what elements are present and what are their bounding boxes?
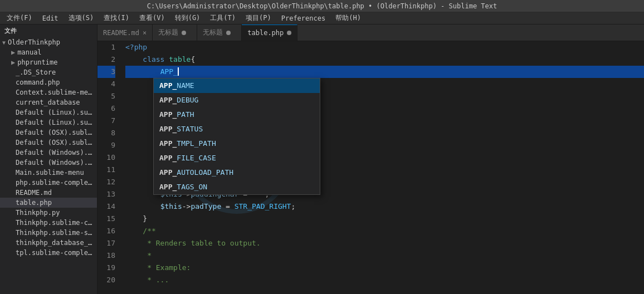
ac-suffix-6: AUTOLOAD_PATH: [177, 168, 233, 177]
title-bar: C:\Users\Administrator\Desktop\OlderThin…: [0, 0, 644, 12]
sidebar-item-default-linux-mouse[interactable]: Default (Linux).sublime-mousemap: [0, 117, 97, 128]
sidebar-item-thinkphp-settings[interactable]: Thinkphp.sublime-settings: [0, 228, 97, 238]
code-line-2: class table{: [125, 53, 644, 66]
code-area[interactable]: 1 2 3 4 5 6 7 8 9 10 11 12 13 14 15 16 1…: [97, 41, 644, 294]
ac-prefix-1: APP_: [159, 96, 177, 104]
sidebar-item-readme[interactable]: README.md: [0, 188, 97, 198]
ac-suffix-5: FILE_CASE: [177, 154, 216, 162]
ac-suffix-4: TMPL_PATH: [177, 139, 216, 148]
autocomplete-item-3[interactable]: APP_STATUS: [154, 122, 320, 136]
sidebar-item-command[interactable]: command.php: [0, 77, 97, 87]
tab-bar: README.md × 无标题 无标题 table.php: [97, 24, 644, 41]
sidebar-item-default-win-key[interactable]: Default (Windows).sublime-keymap: [0, 148, 97, 158]
tab-table-php[interactable]: table.php: [242, 24, 297, 41]
ac-prefix-6: APP_: [159, 168, 177, 177]
autocomplete-item-5[interactable]: APP_FILE_CASE: [154, 151, 320, 165]
line-num-10: 10: [97, 151, 115, 164]
line-num-5: 5: [97, 90, 115, 102]
menu-preferences[interactable]: Preferences: [277, 13, 330, 23]
sidebar-item-table-php[interactable]: table.php: [0, 198, 97, 208]
sidebar-item-thinkphp-db[interactable]: thinkphp_database_queryer: [0, 238, 97, 248]
menu-edit[interactable]: Edit: [38, 13, 63, 23]
autocomplete-item-7[interactable]: APP_TAGS_ON: [154, 180, 320, 194]
code-line-16: /**: [125, 225, 644, 237]
code-line-3: APP_: [125, 66, 644, 78]
line-num-9: 9: [97, 139, 115, 151]
tab-untitled-2[interactable]: 无标题: [197, 24, 242, 41]
sidebar-item-ds-store[interactable]: _.DS_Store: [0, 67, 97, 77]
line-num-18: 18: [97, 249, 115, 262]
code-line-20: * ...: [125, 274, 644, 286]
line-num-8: 8: [97, 127, 115, 139]
sidebar-item-default-win-mouse[interactable]: Default (Windows).sublime-mousemap: [0, 158, 97, 168]
ac-prefix-3: APP_: [159, 125, 177, 133]
autocomplete-item-1[interactable]: APP_DEBUG: [154, 93, 320, 107]
editor-area: README.md × 无标题 无标题 table.php 1 2 3: [97, 24, 644, 294]
tab-readme[interactable]: README.md ×: [97, 24, 153, 41]
tab-untitled-1-dot: [182, 31, 186, 35]
line-num-13: 13: [97, 188, 115, 200]
code-line-17: * Renders table to output.: [125, 237, 644, 249]
ac-suffix-2: PATH: [177, 110, 194, 119]
sidebar-item-thinkphp-commands[interactable]: Thinkphp.sublime-commands: [0, 218, 97, 228]
menu-help[interactable]: 帮助(H): [331, 12, 365, 24]
line-num-11: 11: [97, 164, 115, 176]
menu-tools[interactable]: 工具(T): [206, 12, 240, 24]
ac-suffix-3: STATUS: [177, 125, 203, 133]
arrow-down-icon: ▼: [2, 40, 6, 46]
line-numbers: 1 2 3 4 5 6 7 8 9 10 11 12 13 14 15 16 1…: [97, 41, 120, 294]
folder-label: OlderThinkphp: [8, 38, 60, 46]
sidebar-item-phpruntime[interactable]: ▶phpruntime: [0, 57, 97, 67]
sidebar-item-current-db[interactable]: current_database: [0, 97, 97, 107]
sidebar-item-php-completions[interactable]: php.sublime-completions: [0, 178, 97, 188]
line-num-15: 15: [97, 213, 115, 225]
sidebar-item-manual[interactable]: ▶manual: [0, 47, 97, 57]
code-line-18: *: [125, 249, 644, 262]
ac-prefix-2: APP_: [159, 110, 177, 119]
autocomplete-item-6[interactable]: APP_AUTOLOAD_PATH: [154, 165, 320, 180]
arrow-right-icon: ▶: [11, 48, 15, 56]
ac-suffix-0: NAME: [177, 81, 194, 90]
autocomplete-dropdown[interactable]: APP_NAME APP_DEBUG APP_PATH APP_STATUS A…: [153, 78, 320, 195]
sidebar-item-olderthinkphp[interactable]: ▼ OlderThinkphp: [0, 37, 97, 47]
menu-project[interactable]: 项目(P): [241, 12, 276, 24]
autocomplete-item-4[interactable]: APP_TMPL_PATH: [154, 136, 320, 151]
autocomplete-item-0[interactable]: APP_NAME: [154, 79, 320, 93]
arrow-right-icon2: ▶: [11, 58, 15, 66]
ac-prefix-0: APP_: [159, 81, 177, 90]
line-num-7: 7: [97, 115, 115, 127]
menu-bar: 文件(F) Edit 选项(S) 查找(I) 查看(V) 转到(G) 工具(T)…: [0, 12, 644, 24]
autocomplete-item-2[interactable]: APP_PATH: [154, 107, 320, 122]
line-num-16: 16: [97, 225, 115, 237]
sidebar-item-thinkphp-py[interactable]: Thinkphp.py: [0, 208, 97, 218]
code-line-19: * Example:: [125, 262, 644, 274]
sidebar-item-tpl-completions[interactable]: tpl.sublime-completions: [0, 248, 97, 258]
tab-untitled-1-label: 无标题: [158, 28, 178, 37]
tab-readme-close[interactable]: ×: [143, 29, 147, 37]
sidebar-item-context-menu[interactable]: Context.sublime-menu: [0, 87, 97, 97]
sidebar-item-main-menu[interactable]: Main.sublime-menu: [0, 168, 97, 178]
line-num-17: 17: [97, 237, 115, 249]
main-layout: 文件 ▼ OlderThinkphp ▶manual ▶phpruntime _…: [0, 24, 644, 294]
menu-find[interactable]: 查找(I): [99, 12, 134, 24]
sidebar: 文件 ▼ OlderThinkphp ▶manual ▶phpruntime _…: [0, 24, 97, 294]
menu-view[interactable]: 查看(V): [135, 12, 169, 24]
ac-prefix-5: APP_: [159, 154, 177, 162]
sidebar-header: 文件: [0, 24, 97, 37]
line-num-19: 19: [97, 262, 115, 274]
ac-prefix-4: APP_: [159, 139, 177, 148]
tab-untitled-1[interactable]: 无标题: [153, 24, 197, 41]
menu-file[interactable]: 文件(F): [2, 12, 37, 24]
menu-options[interactable]: 选项(S): [64, 12, 99, 24]
sidebar-item-default-osx-mouse[interactable]: Default (OSX).sublime-mousemap: [0, 138, 97, 148]
ac-prefix-7: APP_: [159, 183, 177, 191]
line-num-12: 12: [97, 176, 115, 188]
title-text: C:\Users\Administrator\Desktop\OlderThin…: [147, 2, 497, 10]
sidebar-item-default-linux-key[interactable]: Default (Linux).sublime-keymap: [0, 107, 97, 117]
code-line-1: <?php: [125, 41, 644, 53]
line-num-14: 14: [97, 200, 115, 213]
code-line-14: $this->padType = STR_PAD_RIGHT;: [125, 200, 644, 213]
sidebar-item-default-osx-key[interactable]: Default (OSX).sublime-keymap: [0, 128, 97, 138]
line-num-2: 2: [97, 53, 115, 66]
menu-goto[interactable]: 转到(G): [170, 12, 205, 24]
